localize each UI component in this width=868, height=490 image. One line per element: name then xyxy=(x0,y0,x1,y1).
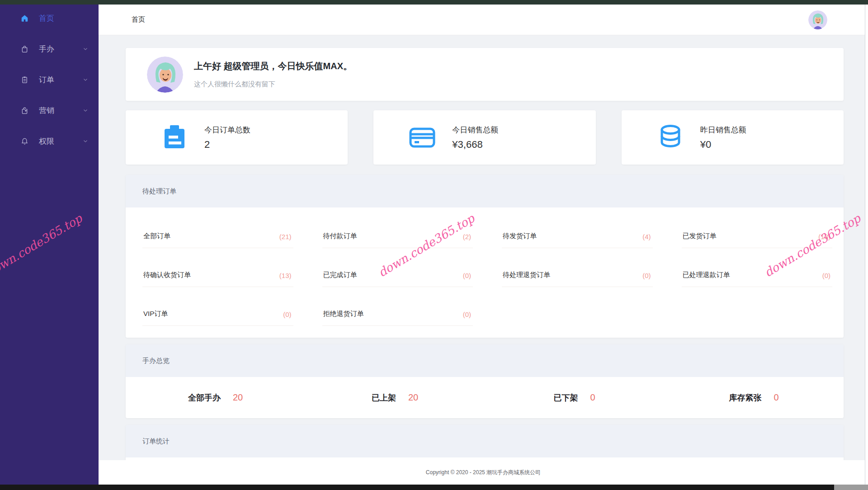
home-icon xyxy=(20,14,29,23)
desktop-bottom-bar xyxy=(0,485,868,490)
figures-overview-panel: 手办总览 全部手办 20 已上架 20 已下架 0 xyxy=(126,344,844,418)
top-bar: 首页 xyxy=(99,5,868,35)
chevron-down-icon xyxy=(82,46,89,52)
pending-item-all-orders[interactable]: 全部订单 (21) xyxy=(142,209,293,248)
chevron-down-icon xyxy=(82,107,89,113)
desktop-top-bar xyxy=(0,0,868,5)
panel-title: 手办总览 xyxy=(126,344,844,377)
dashboard-screen: 首页 手办 订单 xyxy=(0,0,868,490)
breadcrumb[interactable]: 首页 xyxy=(132,15,145,24)
overview-item-low-stock[interactable]: 库存紧张 0 xyxy=(664,392,844,403)
bottom-bar-dark-segment xyxy=(0,485,834,490)
shopping-bag-icon xyxy=(20,45,29,53)
sidebar-item-label: 订单 xyxy=(39,75,54,85)
scrollbar[interactable] xyxy=(865,5,868,485)
pending-item-vip-orders[interactable]: VIP订单 (0) xyxy=(142,287,293,326)
coins-icon xyxy=(656,123,685,152)
pending-orders-panel: 待处理订单 全部订单 (21) 待付款订单 (2) 待发货订单 (4) xyxy=(126,175,844,338)
clipboard-filled-icon xyxy=(160,123,189,152)
sidebar-item-marketing[interactable]: 营销 xyxy=(0,99,99,121)
sidebar-item-label: 首页 xyxy=(39,13,54,24)
clipboard-icon xyxy=(20,75,29,84)
greeting-subtitle: 这个人很懒什么都没有留下 xyxy=(194,80,352,89)
bottom-bar-gray-segment xyxy=(834,485,868,490)
pending-orders-grid: 全部订单 (21) 待付款订单 (2) 待发货订单 (4) 已发货订单 xyxy=(126,207,844,338)
pending-item-unpaid-orders[interactable]: 待付款订单 (2) xyxy=(322,209,473,248)
pending-item-to-ship-orders[interactable]: 待发货订单 (4) xyxy=(502,209,653,248)
credit-card-icon xyxy=(408,123,437,152)
sidebar-item-label: 权限 xyxy=(39,136,54,146)
chevron-down-icon xyxy=(82,138,89,144)
stat-value: ¥0 xyxy=(700,139,746,151)
pending-item-return-pending-orders[interactable]: 待处理退货订单 (0) xyxy=(502,248,653,287)
sidebar-item-permissions[interactable]: 权限 xyxy=(0,130,99,152)
sidebar-item-label: 手办 xyxy=(39,44,54,54)
chevron-down-icon xyxy=(82,76,89,83)
overview-item-on-shelf[interactable]: 已上架 20 xyxy=(305,392,485,403)
overview-item-all-figures[interactable]: 全部手办 20 xyxy=(126,392,305,403)
stat-card-today-sales: 今日销售总额 ¥3,668 xyxy=(373,110,595,165)
content-area: 上午好 超级管理员，今日快乐值MAX。 这个人很懒什么都没有留下 今日订单总数 … xyxy=(99,35,868,460)
greeting-card: 上午好 超级管理员，今日快乐值MAX。 这个人很懒什么都没有留下 xyxy=(126,48,844,101)
stat-card-today-orders: 今日订单总数 2 xyxy=(126,110,348,165)
pending-item-confirm-receipt-orders[interactable]: 待确认收货订单 (13) xyxy=(142,248,293,287)
stat-value: ¥3,668 xyxy=(452,139,498,151)
sidebar-item-figures[interactable]: 手办 xyxy=(0,38,99,60)
panel-title: 订单统计 xyxy=(126,425,844,457)
order-stats-panel: 订单统计 xyxy=(126,425,844,460)
footer: Copyright © 2020 - 2025 潮玩手办商城系统公司 xyxy=(99,460,868,485)
sidebar-item-label: 营销 xyxy=(39,105,54,116)
panel-title: 待处理订单 xyxy=(126,175,844,207)
pending-item-refund-processed-orders[interactable]: 已处理退款订单 (0) xyxy=(682,248,833,287)
main-area: 首页 xyxy=(99,5,868,485)
stat-label: 今日订单总数 xyxy=(204,125,250,135)
bag-arrow-up-icon xyxy=(20,106,29,115)
sidebar: 首页 手办 订单 xyxy=(0,5,99,485)
pending-item-rejected-return-orders[interactable]: 拒绝退货订单 (0) xyxy=(322,287,473,326)
sidebar-item-orders[interactable]: 订单 xyxy=(0,69,99,90)
stat-card-yesterday-sales: 昨日销售总额 ¥0 xyxy=(622,110,844,165)
stat-cards-row: 今日订单总数 2 今日销售总额 ¥3,668 xyxy=(126,110,844,165)
pending-item-completed-orders[interactable]: 已完成订单 (0) xyxy=(322,248,473,287)
sidebar-item-home[interactable]: 首页 xyxy=(0,7,99,29)
stat-label: 今日销售总额 xyxy=(452,125,498,135)
overview-item-off-shelf[interactable]: 已下架 0 xyxy=(485,392,664,403)
stat-label: 昨日销售总额 xyxy=(700,125,746,135)
greeting-title: 上午好 超级管理员，今日快乐值MAX。 xyxy=(194,60,352,72)
user-avatar[interactable] xyxy=(808,10,827,29)
bell-icon xyxy=(20,137,29,146)
greeting-avatar xyxy=(147,57,183,93)
stat-value: 2 xyxy=(204,139,250,151)
pending-item-shipped-orders[interactable]: 已发货订单 (13) xyxy=(682,209,833,248)
figures-overview-row: 全部手办 20 已上架 20 已下架 0 库存紧张 xyxy=(126,377,844,418)
copyright-text: Copyright © 2020 - 2025 潮玩手办商城系统公司 xyxy=(426,469,541,476)
